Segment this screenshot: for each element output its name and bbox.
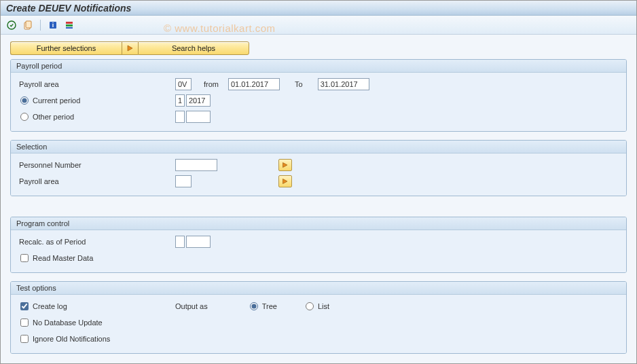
recalc-year-input[interactable]	[186, 236, 211, 248]
read-master-data-label: Read Master Data	[33, 254, 93, 262]
personnel-number-input[interactable]	[175, 159, 217, 171]
ignore-old-label: Ignore Old Notifications	[33, 335, 110, 343]
other-period-num-input[interactable]	[175, 111, 185, 123]
search-helps-button[interactable]: Search helps	[138, 41, 249, 55]
svg-rect-7	[66, 27, 73, 29]
read-master-data-option[interactable]: Read Master Data	[19, 254, 175, 262]
output-tree-option[interactable]: Tree	[250, 302, 277, 310]
spacer	[10, 204, 627, 217]
arrow-right-icon	[126, 44, 134, 52]
payroll-area-multiple-button[interactable]	[278, 175, 292, 187]
output-list-option[interactable]: List	[306, 302, 329, 310]
group-header-program-control: Program control	[11, 217, 626, 230]
to-label: To	[295, 80, 303, 88]
from-label: from	[204, 80, 219, 88]
further-selections-button[interactable]: Further selections	[10, 41, 122, 55]
get-variant-icon[interactable]	[21, 18, 35, 32]
group-header-payroll-period: Payroll period	[11, 60, 626, 73]
current-period-year-input[interactable]	[186, 94, 211, 107]
personnel-number-multiple-button[interactable]	[278, 159, 292, 171]
group-program-control: Program control Recalc. as of Period Rea…	[10, 217, 627, 273]
create-log-label: Create log	[33, 302, 67, 310]
selection-payroll-area-label: Payroll area	[19, 177, 175, 185]
current-period-option[interactable]: Current period	[19, 96, 175, 105]
recalc-num-input[interactable]	[175, 236, 185, 248]
current-period-label: Current period	[33, 96, 80, 105]
variants-icon[interactable]	[62, 18, 76, 32]
payroll-area-input[interactable]	[175, 78, 192, 90]
other-period-radio[interactable]	[20, 113, 29, 121]
other-period-label: Other period	[33, 113, 74, 121]
other-period-year-input[interactable]	[186, 111, 211, 123]
payroll-area-label: Payroll area	[19, 80, 175, 88]
recalc-period-label: Recalc. as of Period	[19, 238, 175, 246]
page-title: Create DEUEV Notifications	[1, 1, 636, 16]
app-toolbar: i	[1, 16, 636, 35]
create-log-checkbox[interactable]	[20, 302, 29, 310]
selection-buttons: Further selections Search helps	[10, 41, 627, 55]
svg-rect-5	[66, 22, 73, 24]
read-master-data-checkbox[interactable]	[20, 254, 29, 262]
group-test-options: Test options Create log Output as Tree L…	[10, 281, 627, 354]
content-area: Further selections Search helps Payroll …	[1, 35, 636, 361]
group-header-test-options: Test options	[11, 282, 626, 295]
arrow-right-icon	[282, 162, 289, 168]
no-db-update-label: No Database Update	[33, 318, 103, 327]
toolbar-separator	[40, 20, 41, 31]
from-date-input[interactable]	[228, 78, 280, 90]
output-list-radio[interactable]	[306, 302, 314, 310]
ignore-old-option[interactable]: Ignore Old Notifications	[19, 335, 175, 343]
execute-icon[interactable]	[5, 18, 18, 32]
group-selection: Selection Personnel Number Payroll area	[10, 140, 627, 196]
personnel-number-label: Personnel Number	[19, 161, 175, 169]
current-period-num-input[interactable]	[175, 94, 185, 107]
arrow-right-icon	[282, 178, 289, 185]
output-tree-label: Tree	[262, 302, 277, 310]
create-log-option[interactable]: Create log	[19, 302, 175, 310]
ignore-old-checkbox[interactable]	[20, 335, 29, 343]
no-db-update-checkbox[interactable]	[20, 318, 29, 327]
no-db-update-option[interactable]: No Database Update	[19, 318, 175, 327]
svg-rect-6	[66, 24, 73, 26]
group-header-selection: Selection	[11, 141, 626, 153]
search-helps-icon-button[interactable]	[122, 41, 138, 55]
svg-text:i: i	[52, 22, 54, 29]
info-icon[interactable]: i	[46, 18, 60, 32]
current-period-radio[interactable]	[20, 96, 29, 105]
svg-rect-2	[26, 21, 31, 28]
to-date-input[interactable]	[318, 78, 369, 90]
output-tree-radio[interactable]	[250, 302, 258, 310]
output-list-label: List	[318, 302, 329, 310]
selection-payroll-area-input[interactable]	[175, 175, 192, 187]
group-payroll-period: Payroll period Payroll area from To Curr…	[10, 59, 627, 132]
other-period-option[interactable]: Other period	[19, 113, 175, 121]
output-as-label: Output as	[175, 302, 208, 310]
